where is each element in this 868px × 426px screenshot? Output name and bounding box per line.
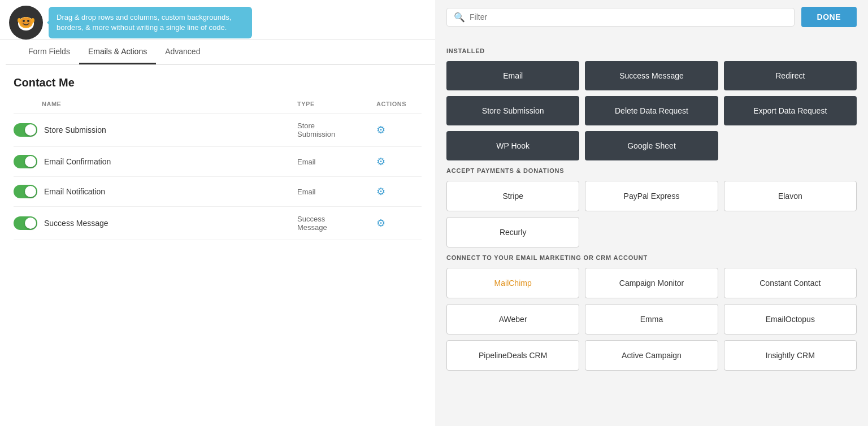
row-actions-email-confirmation: ⚙ bbox=[376, 155, 422, 168]
gear-icon-email-confirmation[interactable]: ⚙ bbox=[376, 155, 385, 168]
gear-icon-success-message[interactable]: ⚙ bbox=[376, 217, 385, 229]
svg-point-4 bbox=[27, 20, 29, 22]
tab-emails-actions[interactable]: Emails & Actions bbox=[79, 40, 156, 64]
card-campaign-monitor[interactable]: Campaign Monitor bbox=[585, 268, 718, 298]
toggle-store-submission[interactable] bbox=[14, 123, 37, 137]
installed-grid: Email Success Message Redirect Store Sub… bbox=[446, 61, 857, 160]
logo-area: Drag & drop rows and columns, custom bac… bbox=[9, 6, 252, 40]
card-elavon[interactable]: Elavon bbox=[724, 181, 857, 211]
table-container: NAME TYPE ACTIONS Store Submission Store… bbox=[0, 95, 435, 240]
toggle-email-confirmation[interactable] bbox=[14, 155, 37, 168]
card-insightly[interactable]: Insightly CRM bbox=[724, 340, 857, 371]
header-area: Drag & drop rows and columns, custom bac… bbox=[0, 0, 435, 40]
card-redirect[interactable]: Redirect bbox=[724, 61, 857, 90]
section-title-installed: INSTALLED bbox=[446, 47, 857, 54]
section-title-payments: ACCEPT PAYMENTS & DONATIONS bbox=[446, 167, 857, 174]
card-active-campaign[interactable]: Active Campaign bbox=[585, 340, 718, 371]
payments-grid: Stripe PayPal Express Elavon Recurly bbox=[446, 181, 857, 247]
toggle-success-message[interactable] bbox=[14, 216, 37, 230]
form-title: Contact Me bbox=[0, 65, 435, 95]
col-header-actions: ACTIONS bbox=[376, 101, 422, 107]
card-wp-hook[interactable]: WP Hook bbox=[446, 131, 579, 160]
crm-grid: MailChimp Campaign Monitor Constant Cont… bbox=[446, 268, 857, 371]
svg-point-6 bbox=[31, 18, 34, 23]
toggle-email-notification[interactable] bbox=[14, 185, 37, 198]
right-content: INSTALLED Email Success Message Redirect… bbox=[435, 34, 868, 426]
done-button[interactable]: DONE bbox=[801, 7, 857, 27]
tabs-nav: Form Fields Emails & Actions Advanced bbox=[6, 40, 435, 65]
card-aweber[interactable]: AWeber bbox=[446, 304, 579, 334]
svg-point-5 bbox=[18, 18, 21, 23]
svg-point-3 bbox=[23, 20, 25, 22]
col-header-name: NAME bbox=[14, 101, 297, 107]
logo bbox=[9, 6, 43, 40]
row-name-email-notification: Email Notification bbox=[44, 187, 297, 196]
tooltip-bubble: Drag & drop rows and columns, custom bac… bbox=[49, 7, 252, 38]
col-header-type: TYPE bbox=[297, 101, 376, 107]
gear-icon-store-submission[interactable]: ⚙ bbox=[376, 124, 385, 136]
card-stripe[interactable]: Stripe bbox=[446, 181, 579, 211]
card-emailoctopus[interactable]: EmailOctopus bbox=[724, 304, 857, 334]
filter-input-wrap: 🔍 bbox=[446, 8, 795, 27]
table-row: Success Message SuccessMessage ⚙ bbox=[14, 207, 422, 240]
search-icon: 🔍 bbox=[454, 12, 465, 23]
tab-form-fields[interactable]: Form Fields bbox=[19, 40, 79, 64]
card-google-sheet[interactable]: Google Sheet bbox=[585, 131, 718, 160]
tab-advanced[interactable]: Advanced bbox=[156, 40, 209, 64]
row-type-email-notification: Email bbox=[297, 188, 376, 196]
row-actions-email-notification: ⚙ bbox=[376, 185, 422, 198]
section-title-crm: CONNECT TO YOUR EMAIL MARKETING OR CRM A… bbox=[446, 254, 857, 261]
card-store-submission[interactable]: Store Submission bbox=[446, 96, 579, 125]
card-email[interactable]: Email bbox=[446, 61, 579, 90]
card-success-message[interactable]: Success Message bbox=[585, 61, 718, 90]
card-export-data-request[interactable]: Export Data Request bbox=[724, 96, 857, 125]
card-delete-data-request[interactable]: Delete Data Request bbox=[585, 96, 718, 125]
row-actions-success-message: ⚙ bbox=[376, 217, 422, 229]
row-type-store-submission: StoreSubmission bbox=[297, 121, 376, 138]
row-type-success-message: SuccessMessage bbox=[297, 215, 376, 232]
filter-input[interactable] bbox=[470, 12, 787, 21]
card-recurly[interactable]: Recurly bbox=[446, 217, 579, 247]
right-panel: 🔍 DONE INSTALLED Email Success Message R… bbox=[435, 0, 868, 426]
gear-icon-email-notification[interactable]: ⚙ bbox=[376, 185, 385, 198]
card-paypal-express[interactable]: PayPal Express bbox=[585, 181, 718, 211]
left-panel: Drag & drop rows and columns, custom bac… bbox=[0, 0, 435, 426]
right-header: 🔍 DONE bbox=[435, 0, 868, 34]
table-row: Email Notification Email ⚙ bbox=[14, 177, 422, 207]
table-header: NAME TYPE ACTIONS bbox=[14, 95, 422, 114]
row-actions-store-submission: ⚙ bbox=[376, 124, 422, 136]
row-name-email-confirmation: Email Confirmation bbox=[44, 157, 297, 166]
card-pipelinedeals[interactable]: PipelineDeals CRM bbox=[446, 340, 579, 371]
table-row: Store Submission StoreSubmission ⚙ bbox=[14, 114, 422, 147]
card-constant-contact[interactable]: Constant Contact bbox=[724, 268, 857, 298]
row-type-email-confirmation: Email bbox=[297, 158, 376, 166]
row-name-success-message: Success Message bbox=[44, 219, 297, 228]
card-emma[interactable]: Emma bbox=[585, 304, 718, 334]
row-name-store-submission: Store Submission bbox=[44, 125, 297, 134]
card-mailchimp[interactable]: MailChimp bbox=[446, 268, 579, 298]
table-row: Email Confirmation Email ⚙ bbox=[14, 147, 422, 177]
